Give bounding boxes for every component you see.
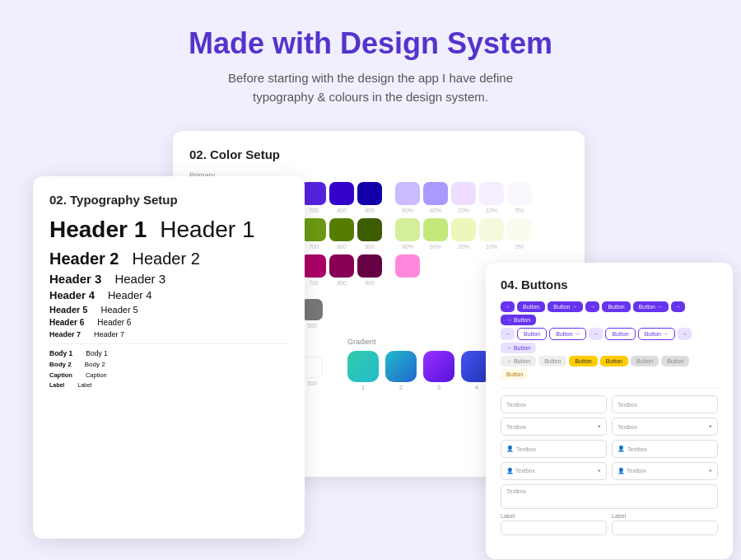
outline-arrow-3[interactable]: → [678, 328, 692, 340]
typo-row-h3: Header 3 Header 3 [49, 272, 288, 286]
button-filled-section: → Button Button → → Button Button → → → … [501, 301, 718, 380]
h7-bold: Header 7 [49, 330, 81, 338]
typo-row-h4: Header 4 Header 4 [49, 289, 288, 301]
typo-row-body1: Body 1 Body 1 [49, 349, 288, 357]
icon-textbox-1[interactable]: 👤 Textbox [501, 440, 607, 458]
filled-btn-2[interactable]: Button → [548, 301, 583, 312]
icon-input-row: 👤 Textbox 👤 Textbox [501, 440, 718, 458]
h4-regular: Header 4 [108, 289, 151, 301]
icon-textbox-2[interactable]: 👤 Textbox [612, 440, 718, 458]
green-20p [451, 218, 476, 241]
h2-bold: Header 2 [49, 250, 119, 268]
swatch-5p [507, 182, 532, 205]
cards-container: 02. Color Setup Primary 300400500600 [8, 131, 733, 518]
typo-row-h1: Header 1 Header 1 [49, 217, 288, 246]
h6-bold: Header 6 [49, 318, 84, 327]
label-row: Label Label [501, 513, 718, 535]
body1-bold: Body 1 [49, 349, 72, 357]
swatch-20p [451, 182, 476, 205]
outline-arrow-1[interactable]: → [501, 328, 515, 340]
typo-row-label: Label Label [49, 382, 288, 388]
h5-regular: Header 5 [100, 305, 137, 315]
h2-regular: Header 2 [133, 250, 200, 268]
label-bold: Label [49, 382, 64, 388]
gray-btn-2[interactable]: Button [538, 356, 566, 366]
caption-regular: Caption [86, 371, 107, 379]
chevron-icon-4: ▾ [709, 468, 712, 474]
swatch-800 [329, 182, 354, 205]
arrow-btn-1[interactable]: → [501, 301, 515, 312]
typo-row-body2: Body 2 Body 2 [49, 361, 288, 368]
swatch-900 [357, 182, 382, 205]
filled-btn-3[interactable]: Button [602, 301, 630, 312]
typography-setup-card: 02. Typography Setup Header 1 Header 1 H… [33, 176, 305, 539]
label-input-right[interactable] [612, 520, 718, 535]
body2-regular: Body 2 [85, 361, 105, 368]
chevron-down-icon: ▾ [598, 423, 601, 430]
caption-bold: Caption [49, 371, 72, 379]
outline-btn-1[interactable]: Button [517, 328, 547, 340]
h3-bold: Header 3 [49, 272, 101, 286]
person-icon: 👤 [506, 446, 514, 452]
gradient-2 [385, 351, 417, 382]
swatch-90p [395, 182, 420, 205]
green-700 [301, 218, 326, 241]
gradient-1 [347, 351, 379, 382]
textbox-1[interactable]: Textbox [501, 395, 607, 413]
label-input-left[interactable] [501, 520, 607, 535]
gray-btn-1[interactable]: → Button [501, 356, 536, 366]
outline-btn-3[interactable]: Button [605, 328, 635, 340]
icon-select-1[interactable]: 👤 Textbox ▾ [501, 462, 607, 480]
body2-bold: Body 2 [49, 361, 72, 368]
gradient-swatch-row: 1 2 3 4 [347, 351, 492, 391]
yellow-btn-2[interactable]: Button [600, 356, 628, 366]
yellow-light-btn[interactable]: Button [501, 369, 529, 380]
h3-regular: Header 3 [114, 272, 165, 286]
filled-btn-4[interactable]: Button → [633, 301, 669, 312]
filled-btn-1[interactable]: Button [517, 301, 545, 312]
btn-row-3: → Button Button Button Button Button But… [501, 356, 718, 380]
outline-arrow-2[interactable]: → [589, 328, 603, 340]
gradient-3 [423, 351, 454, 382]
green-90p [395, 218, 420, 241]
chevron-icon-3: ▾ [598, 468, 601, 474]
outline-btn-2[interactable]: Button → [549, 328, 586, 340]
filled-btn-5[interactable]: → Button [501, 315, 536, 325]
typography-card-title: 02. Typography Setup [49, 193, 288, 207]
icon-select-row: 👤 Textbox ▾ 👤 Textbox ▾ [501, 462, 718, 480]
icon-select-2[interactable]: 👤 Textbox ▾ [612, 462, 718, 480]
gray-btn-4[interactable]: Button [661, 356, 689, 366]
h7-regular: Header 7 [94, 330, 124, 338]
select-1[interactable]: Textbox ▾ [501, 418, 607, 436]
body1-regular: Body 1 [86, 349, 107, 357]
select-row: Textbox ▾ Textbox ▾ [501, 418, 718, 436]
green-80p [423, 218, 448, 241]
btn-row-2: → Button Button → → Button Button → → → … [501, 328, 718, 353]
pink-800 [329, 254, 354, 278]
color-card-title: 02. Color Setup [189, 147, 568, 161]
swatch-10p [479, 182, 504, 205]
green-800 [329, 218, 354, 241]
outline-btn-4[interactable]: Button → [638, 328, 675, 340]
textarea-field[interactable]: Textbox [501, 484, 718, 509]
h4-bold: Header 4 [49, 289, 95, 301]
typo-divider [49, 343, 288, 344]
arrow-btn-3[interactable]: → [671, 301, 685, 312]
swatch-700 [301, 182, 326, 205]
gray-btn-3[interactable]: Button [631, 356, 659, 366]
typo-row-h6: Header 6 Header 6 [49, 318, 288, 327]
pink-900 [357, 254, 382, 278]
arrow-btn-2[interactable]: → [585, 301, 599, 312]
green-5p [507, 218, 532, 241]
textbox-2[interactable]: Textbox [612, 395, 718, 413]
light-btn-1[interactable]: → Button [501, 343, 536, 353]
select-2[interactable]: Textbox ▾ [612, 418, 718, 436]
h6-regular: Header 6 [97, 318, 131, 327]
label-right: Label [612, 513, 718, 519]
label-left: Label [501, 513, 607, 519]
text-input-row: Textbox Textbox [501, 395, 718, 413]
green-900 [357, 218, 382, 241]
btn-row-1: → Button Button → → Button Button → → → … [501, 301, 718, 325]
btn-divider [501, 388, 718, 389]
yellow-btn-1[interactable]: Button [569, 356, 597, 366]
